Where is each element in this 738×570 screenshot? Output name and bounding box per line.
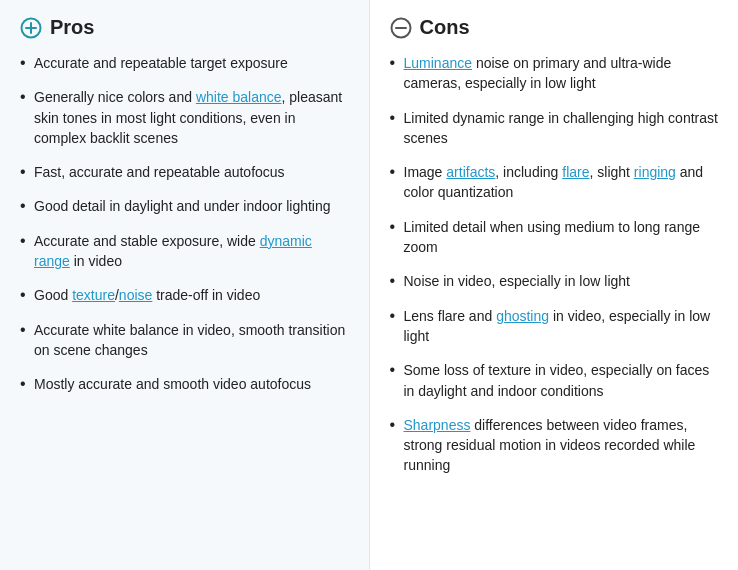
item-text: , slight — [590, 164, 634, 180]
item-text: Generally nice colors and — [34, 89, 196, 105]
pros-list: Accurate and repeatable target exposureG… — [20, 53, 349, 395]
item-text: Accurate white balance in video, smooth … — [34, 322, 345, 358]
item-text: Limited detail when using medium to long… — [404, 219, 701, 255]
pros-title: Pros — [50, 16, 94, 39]
texture-link[interactable]: texture — [72, 287, 115, 303]
white-balance-link[interactable]: white balance — [196, 89, 282, 105]
item-text: Good detail in daylight and under indoor… — [34, 198, 331, 214]
list-item: Generally nice colors and white balance,… — [20, 87, 349, 148]
list-item: Good detail in daylight and under indoor… — [20, 196, 349, 216]
pros-header: Pros — [20, 16, 349, 39]
item-text: Some loss of texture in video, especiall… — [404, 362, 710, 398]
list-item: Sharpness differences between video fram… — [390, 415, 719, 476]
noise-link[interactable]: noise — [119, 287, 152, 303]
item-text: Image — [404, 164, 447, 180]
list-item: Noise in video, especially in low light — [390, 271, 719, 291]
list-item: Image artifacts, including flare, slight… — [390, 162, 719, 203]
item-text: in video — [70, 253, 122, 269]
cons-list: Luminance noise on primary and ultra-wid… — [390, 53, 719, 476]
item-text: Mostly accurate and smooth video autofoc… — [34, 376, 311, 392]
item-text: trade-off in video — [152, 287, 260, 303]
list-item: Lens flare and ghosting in video, especi… — [390, 306, 719, 347]
list-item: Accurate white balance in video, smooth … — [20, 320, 349, 361]
main-container: Pros Accurate and repeatable target expo… — [0, 0, 738, 570]
cons-column: Cons Luminance noise on primary and ultr… — [370, 0, 739, 570]
list-item: Luminance noise on primary and ultra-wid… — [390, 53, 719, 94]
item-text: , including — [495, 164, 562, 180]
item-text: Fast, accurate and repeatable autofocus — [34, 164, 285, 180]
list-item: Good texture/noise trade-off in video — [20, 285, 349, 305]
item-text: Good — [34, 287, 72, 303]
list-item: Accurate and repeatable target exposure — [20, 53, 349, 73]
list-item: Some loss of texture in video, especiall… — [390, 360, 719, 401]
cons-header: Cons — [390, 16, 719, 39]
item-text: Accurate and repeatable target exposure — [34, 55, 288, 71]
list-item: Mostly accurate and smooth video autofoc… — [20, 374, 349, 394]
flare-link[interactable]: flare — [562, 164, 589, 180]
item-text: Accurate and stable exposure, wide — [34, 233, 260, 249]
artifacts-link[interactable]: artifacts — [446, 164, 495, 180]
list-item: Accurate and stable exposure, wide dynam… — [20, 231, 349, 272]
plus-circle-icon — [20, 17, 42, 39]
ringing-link[interactable]: ringing — [634, 164, 676, 180]
item-text: Lens flare and — [404, 308, 497, 324]
item-text: Noise in video, especially in low light — [404, 273, 630, 289]
pros-column: Pros Accurate and repeatable target expo… — [0, 0, 370, 570]
ghosting-link[interactable]: ghosting — [496, 308, 549, 324]
minus-circle-icon — [390, 17, 412, 39]
sharpness-link[interactable]: Sharpness — [404, 417, 471, 433]
list-item: Limited detail when using medium to long… — [390, 217, 719, 258]
luminance-link[interactable]: Luminance — [404, 55, 473, 71]
list-item: Limited dynamic range in challenging hig… — [390, 108, 719, 149]
cons-title: Cons — [420, 16, 470, 39]
list-item: Fast, accurate and repeatable autofocus — [20, 162, 349, 182]
item-text: Limited dynamic range in challenging hig… — [404, 110, 718, 146]
